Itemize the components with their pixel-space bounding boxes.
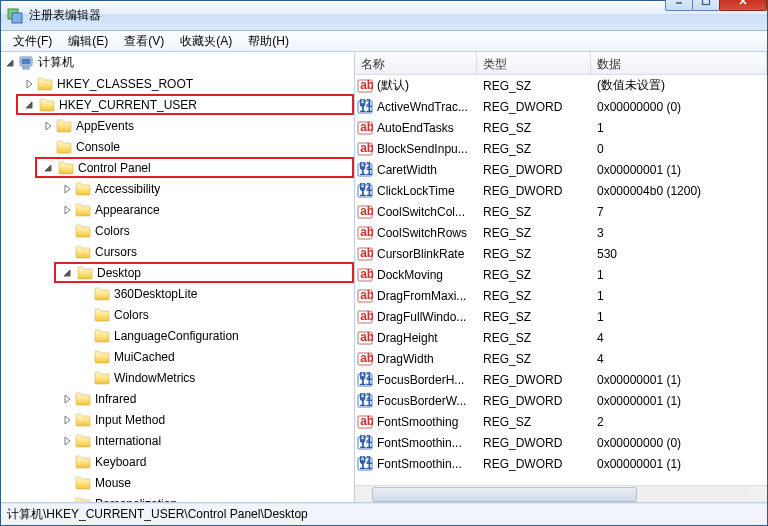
close-button[interactable]	[719, 0, 767, 11]
tree-cursors[interactable]: Cursors	[58, 241, 354, 262]
expand-icon[interactable]	[63, 205, 72, 214]
tree-desktop-colors[interactable]: Colors	[77, 304, 354, 325]
tree-colors[interactable]: Colors	[58, 220, 354, 241]
column-header-data[interactable]: 数据	[591, 52, 767, 74]
value-data: 7	[591, 205, 767, 219]
folder-icon	[75, 454, 91, 470]
string-value-icon	[357, 78, 373, 94]
folder-icon	[58, 160, 74, 176]
tree-personalization[interactable]: Personalization	[58, 493, 354, 502]
menu-help[interactable]: 帮助(H)	[240, 31, 297, 52]
folder-icon	[75, 475, 91, 491]
value-type: REG_SZ	[477, 310, 591, 324]
titlebar[interactable]: 注册表编辑器	[1, 1, 767, 31]
binary-value-icon	[357, 183, 373, 199]
list-row[interactable]: FontSmoothin...REG_DWORD0x00000000 (0)	[355, 432, 767, 453]
list-row[interactable]: DragHeightREG_SZ4	[355, 327, 767, 348]
menu-view[interactable]: 查看(V)	[116, 31, 172, 52]
expand-icon[interactable]	[63, 184, 72, 193]
tree-360desktoplite[interactable]: 360DesktopLite	[77, 283, 354, 304]
list-row[interactable]: FontSmoothin...REG_DWORD0x00000001 (1)	[355, 453, 767, 474]
tree-hkcr[interactable]: HKEY_CLASSES_ROOT	[20, 73, 354, 94]
value-name: CoolSwitchRows	[377, 226, 467, 240]
tree-desktop[interactable]: Desktop	[54, 262, 354, 283]
tree-control-panel[interactable]: Control Panel	[35, 157, 354, 178]
list-row[interactable]: ActiveWndTrac...REG_DWORD0x00000000 (0)	[355, 96, 767, 117]
expand-icon[interactable]	[6, 58, 15, 67]
scrollbar-thumb[interactable]	[372, 487, 637, 502]
value-data: 0x00000000 (0)	[591, 436, 767, 450]
string-value-icon	[357, 351, 373, 367]
binary-value-icon	[357, 456, 373, 472]
list-row[interactable]: CursorBlinkRateREG_SZ530	[355, 243, 767, 264]
list-row[interactable]: FocusBorderH...REG_DWORD0x00000001 (1)	[355, 369, 767, 390]
tree-pane[interactable]: 计算机 HKEY_CLASSES_ROOT	[1, 52, 355, 502]
value-type: REG_DWORD	[477, 457, 591, 471]
list-row[interactable]: DockMovingREG_SZ1	[355, 264, 767, 285]
list-row[interactable]: FocusBorderW...REG_DWORD0x00000001 (1)	[355, 390, 767, 411]
tree-accessibility[interactable]: Accessibility	[58, 178, 354, 199]
list-row[interactable]: AutoEndTasksREG_SZ1	[355, 117, 767, 138]
minimize-button[interactable]	[665, 0, 693, 11]
expand-icon[interactable]	[44, 163, 53, 172]
value-name: DragFromMaxi...	[377, 289, 466, 303]
tree-muicached[interactable]: MuiCached	[77, 346, 354, 367]
folder-icon	[94, 307, 110, 323]
menu-edit[interactable]: 编辑(E)	[60, 31, 116, 52]
list-row[interactable]: DragWidthREG_SZ4	[355, 348, 767, 369]
tree-infrared[interactable]: Infrared	[58, 388, 354, 409]
tree-appearance[interactable]: Appearance	[58, 199, 354, 220]
string-value-icon	[357, 225, 373, 241]
value-data: 4	[591, 352, 767, 366]
tree-root-computer[interactable]: 计算机	[1, 52, 354, 73]
menu-favorites[interactable]: 收藏夹(A)	[172, 31, 240, 52]
value-data: 0x00000001 (1)	[591, 394, 767, 408]
tree-windowmetrics[interactable]: WindowMetrics	[77, 367, 354, 388]
value-name: DragWidth	[377, 352, 434, 366]
expand-icon[interactable]	[63, 415, 72, 424]
value-type: REG_DWORD	[477, 394, 591, 408]
maximize-button[interactable]	[692, 0, 720, 11]
horizontal-scrollbar[interactable]	[355, 485, 767, 502]
list-row[interactable]: FontSmoothingREG_SZ2	[355, 411, 767, 432]
expand-icon[interactable]	[63, 268, 72, 277]
list-row[interactable]: DragFullWindo...REG_SZ1	[355, 306, 767, 327]
tree-keyboard[interactable]: Keyboard	[58, 451, 354, 472]
list-row[interactable]: (默认)REG_SZ(数值未设置)	[355, 75, 767, 96]
list-row[interactable]: CaretWidthREG_DWORD0x00000001 (1)	[355, 159, 767, 180]
list-row[interactable]: ClickLockTimeREG_DWORD0x000004b0 (1200)	[355, 180, 767, 201]
list-row[interactable]: CoolSwitchRowsREG_SZ3	[355, 222, 767, 243]
value-data: 0x00000001 (1)	[591, 163, 767, 177]
expand-icon[interactable]	[63, 436, 72, 445]
expand-icon[interactable]	[25, 100, 34, 109]
value-name: (默认)	[377, 77, 409, 94]
value-data: 1	[591, 310, 767, 324]
list-body[interactable]: (默认)REG_SZ(数值未设置)ActiveWndTrac...REG_DWO…	[355, 75, 767, 485]
value-name: CaretWidth	[377, 163, 437, 177]
tree-appevents[interactable]: AppEvents	[39, 115, 354, 136]
tree-langcfg[interactable]: LanguageConfiguration	[77, 325, 354, 346]
folder-icon	[75, 433, 91, 449]
column-header-type[interactable]: 类型	[477, 52, 591, 74]
expand-icon[interactable]	[25, 79, 34, 88]
list-row[interactable]: DragFromMaxi...REG_SZ1	[355, 285, 767, 306]
status-path: 计算机\HKEY_CURRENT_USER\Control Panel\Desk…	[7, 506, 308, 523]
tree-input-method[interactable]: Input Method	[58, 409, 354, 430]
expand-icon[interactable]	[63, 394, 72, 403]
tree-international[interactable]: International	[58, 430, 354, 451]
tree-console[interactable]: Console	[39, 136, 354, 157]
folder-icon	[56, 139, 72, 155]
folder-icon	[75, 181, 91, 197]
list-row[interactable]: CoolSwitchCol...REG_SZ7	[355, 201, 767, 222]
menu-file[interactable]: 文件(F)	[5, 31, 60, 52]
folder-icon	[75, 391, 91, 407]
tree-hkcu[interactable]: HKEY_CURRENT_USER	[16, 94, 354, 115]
tree-mouse[interactable]: Mouse	[58, 472, 354, 493]
computer-icon	[18, 55, 34, 71]
column-header-name[interactable]: 名称	[355, 52, 477, 74]
folder-icon	[75, 412, 91, 428]
value-type: REG_SZ	[477, 121, 591, 135]
expand-icon[interactable]	[44, 121, 53, 130]
list-row[interactable]: BlockSendInpu...REG_SZ0	[355, 138, 767, 159]
value-name: FontSmoothing	[377, 415, 458, 429]
